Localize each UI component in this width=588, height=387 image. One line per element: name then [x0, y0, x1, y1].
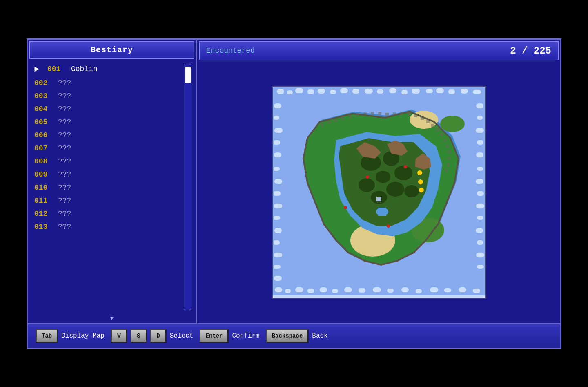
- item-number: 008: [34, 157, 51, 166]
- svg-rect-27: [373, 287, 381, 292]
- svg-rect-5: [318, 89, 325, 94]
- svg-rect-40: [274, 167, 280, 171]
- svg-rect-109: [426, 120, 430, 123]
- svg-rect-61: [477, 240, 483, 245]
- svg-rect-85: [376, 197, 381, 201]
- svg-rect-60: [476, 228, 483, 233]
- svg-rect-101: [371, 112, 374, 115]
- item-number: 002: [34, 79, 51, 87]
- item-name: ???: [58, 118, 71, 126]
- list-item[interactable]: 004???: [31, 103, 182, 116]
- key-label-backspace: Back: [312, 332, 327, 340]
- list-item[interactable]: 006???: [31, 129, 182, 142]
- svg-rect-107: [414, 114, 417, 117]
- svg-point-78: [404, 185, 419, 197]
- list-item[interactable]: 011???: [31, 194, 182, 207]
- svg-rect-41: [274, 179, 282, 184]
- svg-rect-49: [274, 276, 282, 281]
- svg-rect-47: [274, 253, 282, 257]
- item-name: Goblin: [71, 65, 98, 73]
- right-panel: Encountered 2 / 225: [197, 40, 560, 323]
- counter: 2 / 225: [510, 45, 551, 56]
- scroll-down-arrow[interactable]: ▼: [28, 313, 196, 323]
- game-container: Bestiary ►001Goblin002???003???004???005…: [27, 38, 561, 349]
- svg-rect-19: [275, 287, 282, 292]
- svg-rect-98: [349, 115, 352, 118]
- svg-rect-51: [477, 116, 483, 120]
- item-name: ???: [58, 183, 71, 192]
- list-item[interactable]: 003???: [31, 89, 182, 103]
- svg-rect-23: [320, 287, 327, 292]
- svg-rect-53: [477, 140, 483, 145]
- svg-rect-12: [401, 90, 408, 94]
- svg-rect-22: [307, 289, 314, 293]
- svg-rect-104: [393, 112, 396, 116]
- svg-rect-46: [274, 240, 280, 245]
- svg-rect-63: [477, 265, 484, 269]
- svg-rect-11: [389, 88, 396, 93]
- list-item[interactable]: 009???: [31, 168, 182, 181]
- item-number: 005: [34, 118, 51, 126]
- svg-rect-99: [356, 113, 359, 116]
- svg-rect-57: [477, 191, 484, 196]
- svg-rect-84: [378, 208, 386, 216]
- svg-rect-100: [363, 112, 367, 116]
- svg-rect-111: [436, 128, 439, 131]
- item-number: 006: [34, 131, 51, 139]
- item-number: 012: [34, 210, 51, 218]
- svg-rect-50: [476, 103, 483, 108]
- svg-rect-55: [477, 167, 483, 171]
- svg-rect-58: [476, 204, 484, 208]
- svg-rect-44: [274, 216, 280, 220]
- svg-rect-38: [274, 140, 280, 145]
- svg-rect-102: [378, 112, 381, 115]
- key-button-enter[interactable]: Enter: [200, 329, 229, 343]
- svg-rect-54: [476, 152, 483, 157]
- svg-rect-3: [295, 88, 303, 93]
- list-item[interactable]: 013???: [31, 220, 182, 233]
- list-item[interactable]: 002???: [31, 76, 182, 89]
- list-item[interactable]: 005???: [31, 116, 182, 129]
- svg-rect-18: [473, 90, 481, 94]
- key-button-tab[interactable]: Tab: [36, 329, 58, 343]
- item-name: ???: [58, 210, 71, 218]
- item-name: ???: [58, 223, 71, 231]
- item-name: ???: [58, 131, 71, 139]
- svg-rect-113: [443, 139, 447, 142]
- item-number: 011: [34, 197, 51, 205]
- svg-point-67: [440, 116, 465, 132]
- svg-rect-16: [448, 89, 455, 94]
- key-button-d[interactable]: D: [150, 329, 167, 343]
- scrollbar-track[interactable]: [184, 64, 191, 310]
- item-number: 003: [34, 92, 51, 100]
- list-item[interactable]: 007???: [31, 142, 182, 155]
- svg-rect-116: [448, 157, 451, 160]
- svg-rect-97: [341, 116, 345, 120]
- bottom-bar: TabDisplay MapWSDSelectEnterConfirmBacks…: [28, 323, 560, 348]
- svg-rect-117: [447, 163, 450, 166]
- svg-rect-15: [436, 88, 444, 93]
- svg-rect-29: [401, 287, 409, 292]
- key-button-backspace[interactable]: Backspace: [266, 329, 309, 343]
- list-item[interactable]: ►001Goblin: [31, 62, 182, 76]
- key-button-s[interactable]: S: [131, 329, 147, 343]
- list-item[interactable]: 010???: [31, 181, 182, 194]
- item-number: 013: [34, 223, 51, 231]
- main-area: Bestiary ►001Goblin002???003???004???005…: [28, 40, 560, 323]
- svg-rect-25: [344, 287, 352, 292]
- item-name: ???: [58, 144, 71, 152]
- svg-rect-8: [352, 89, 359, 94]
- svg-point-88: [419, 188, 424, 192]
- svg-rect-35: [274, 103, 281, 108]
- list-item[interactable]: 012???: [31, 207, 182, 220]
- key-button-w[interactable]: W: [111, 329, 127, 343]
- list-item[interactable]: 008???: [31, 155, 182, 168]
- world-map-svg: [273, 87, 485, 295]
- svg-point-87: [418, 179, 423, 184]
- svg-rect-43: [274, 204, 282, 208]
- svg-point-90: [404, 165, 407, 168]
- svg-rect-106: [408, 112, 411, 116]
- svg-rect-24: [332, 289, 338, 293]
- encountered-label: Encountered: [206, 47, 255, 55]
- svg-rect-48: [274, 265, 281, 269]
